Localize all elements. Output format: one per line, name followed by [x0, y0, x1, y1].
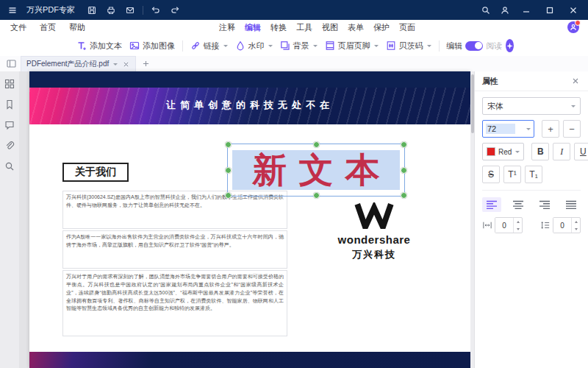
tab-convert[interactable]: 转换 [270, 22, 287, 33]
comments-panel-icon[interactable] [3, 118, 16, 132]
font-size-input[interactable] [486, 124, 515, 134]
menu-file[interactable]: 文件 [10, 22, 26, 33]
attachments-panel-icon[interactable] [3, 139, 16, 152]
add-image-label: 添加图像 [143, 40, 175, 52]
about-heading[interactable]: 关于我们 [62, 163, 129, 182]
wondershare-logo[interactable]: wondershare 万兴科技 [322, 202, 426, 261]
print-icon[interactable] [104, 4, 118, 17]
char-spacing-down-icon[interactable] [514, 225, 522, 233]
selected-text-box[interactable]: 新文本 [228, 144, 404, 196]
tab-page[interactable]: 页面 [399, 22, 415, 33]
read-mode-label[interactable]: 阅读 [486, 40, 502, 52]
selection-handle-nw[interactable] [225, 141, 232, 148]
font-size-combo[interactable] [482, 120, 534, 138]
watermark-dropdown-chevron-icon[interactable] [268, 45, 273, 47]
search-panel-icon[interactable] [3, 160, 16, 173]
redo-icon[interactable] [168, 4, 182, 17]
menu-help[interactable]: 帮助 [69, 22, 85, 33]
bookmarks-panel-icon[interactable] [3, 98, 16, 111]
tab-protect[interactable]: 保护 [373, 22, 390, 33]
bates-number-button[interactable]: 贝茨码 [382, 38, 435, 54]
add-text-button[interactable]: 添加文本 [73, 38, 126, 54]
bates-dropdown-chevron-icon[interactable] [427, 45, 431, 47]
font-size-chevron-icon[interactable] [526, 128, 531, 130]
add-image-button[interactable]: 添加图像 [126, 38, 179, 54]
minimize-button[interactable] [517, 4, 535, 17]
document-tab[interactable]: PDFelement产品介绍.pdf [21, 56, 136, 71]
background-dropdown-chevron-icon[interactable] [313, 45, 318, 47]
document-tab-close-icon[interactable] [121, 60, 130, 68]
char-spacing-up-icon[interactable] [514, 218, 522, 225]
align-left-button[interactable] [482, 197, 501, 212]
selection-handle-s[interactable] [313, 192, 320, 199]
bold-button[interactable]: B [531, 143, 549, 160]
paragraph-block-2[interactable]: 作为A股唯一一家以海外出售软件为主营业的消费类软件企业，万兴科技成立十六年时间内… [62, 230, 287, 269]
link-dropdown-chevron-icon[interactable] [223, 45, 228, 47]
underline-button[interactable]: U [574, 143, 588, 160]
sidebar-toggle-icon[interactable] [4, 58, 18, 70]
bates-label: 贝茨码 [399, 40, 423, 52]
line-spacing-input[interactable] [553, 218, 571, 233]
account-icon[interactable] [498, 4, 512, 17]
undo-icon[interactable] [149, 4, 162, 17]
watermark-label: 水印 [248, 40, 265, 52]
selection-handle-n[interactable] [313, 141, 320, 148]
edit-mode-toggle[interactable] [465, 41, 483, 51]
char-spacing-input[interactable] [495, 218, 513, 233]
link-button[interactable]: 链接 [187, 38, 232, 54]
selection-handle-e[interactable] [401, 167, 407, 174]
paragraph-block-3[interactable]: 万兴对于用户的需求有深刻的了解，团队清楚海外市场竞争需要切合用户的需要和可接受价… [62, 270, 287, 336]
font-color-select[interactable]: Red [482, 143, 524, 160]
selection-handle-ne[interactable] [401, 141, 407, 148]
superscript-button[interactable]: T¹ [503, 166, 521, 183]
close-button[interactable] [564, 4, 582, 17]
properties-panel: 属性 宋体 + − Red [474, 71, 588, 368]
align-right-button[interactable] [535, 197, 554, 212]
align-justify-button[interactable] [562, 197, 581, 212]
header-footer-dropdown-chevron-icon[interactable] [374, 45, 379, 47]
tab-edit[interactable]: 编辑 [245, 22, 261, 33]
line-spacing-up-icon[interactable] [572, 218, 580, 225]
header-footer-button[interactable]: 页眉页脚 [321, 38, 382, 54]
new-text-content[interactable]: 新文本 [228, 144, 404, 196]
decrease-size-button[interactable]: − [563, 120, 581, 138]
font-family-select[interactable]: 宋体 [482, 97, 581, 115]
properties-close-icon[interactable] [570, 76, 581, 86]
maximize-button[interactable] [541, 4, 559, 17]
menu-home[interactable]: 首页 [40, 22, 56, 33]
watermark-button[interactable]: 水印 [232, 38, 276, 54]
paragraph-block-1[interactable]: 万兴科技(300624.SZ)是国内A股上市的智慧科技企业，我们为人们的数字生活… [62, 191, 287, 229]
selection-handle-sw[interactable] [225, 192, 232, 199]
line-spacing-down-icon[interactable] [572, 225, 580, 233]
line-spacing-spinner[interactable] [553, 217, 581, 233]
pdfelement-window: 万兴PDF专家 [0, 0, 588, 368]
italic-button[interactable]: I [553, 143, 570, 160]
ai-assistant-icon[interactable] [506, 39, 514, 52]
search-icon[interactable] [479, 4, 492, 17]
new-tab-icon[interactable] [140, 58, 151, 70]
strikethrough-button[interactable]: S [482, 166, 500, 183]
ribbon-tabs: 注释 编辑 转换 工具 视图 表单 保护 页面 [219, 22, 415, 33]
tab-tools[interactable]: 工具 [296, 22, 312, 33]
hamburger-menu-icon[interactable] [6, 4, 19, 17]
char-spacing-group [482, 217, 523, 233]
page-banner-image: 让简单创意的科技无处不在 [29, 88, 470, 124]
selection-handle-se[interactable] [401, 192, 407, 199]
tab-comment[interactable]: 注释 [219, 22, 235, 33]
increase-size-button[interactable]: + [542, 120, 559, 138]
save-icon[interactable] [85, 4, 98, 17]
align-center-button[interactable] [509, 197, 528, 212]
page-bottom-band [29, 352, 470, 368]
selection-handle-w[interactable] [225, 167, 232, 174]
background-button[interactable]: 背景 [276, 38, 321, 54]
mail-icon[interactable] [123, 4, 137, 17]
tab-view[interactable]: 视图 [322, 22, 338, 33]
thumbnails-panel-icon[interactable] [3, 77, 16, 91]
user-avatar[interactable] [567, 21, 579, 33]
document-tab-chevron-icon[interactable] [113, 63, 118, 66]
document-tab-title: PDFelement产品介绍.pdf [26, 59, 109, 69]
tab-form[interactable]: 表单 [348, 22, 364, 33]
pdf-page[interactable]: 让简单创意的科技无处不在 关于我们 万兴科技(300624.SZ)是国内A股上市… [29, 71, 470, 368]
subscript-button[interactable]: T₁ [525, 166, 542, 183]
char-spacing-spinner[interactable] [495, 217, 523, 233]
